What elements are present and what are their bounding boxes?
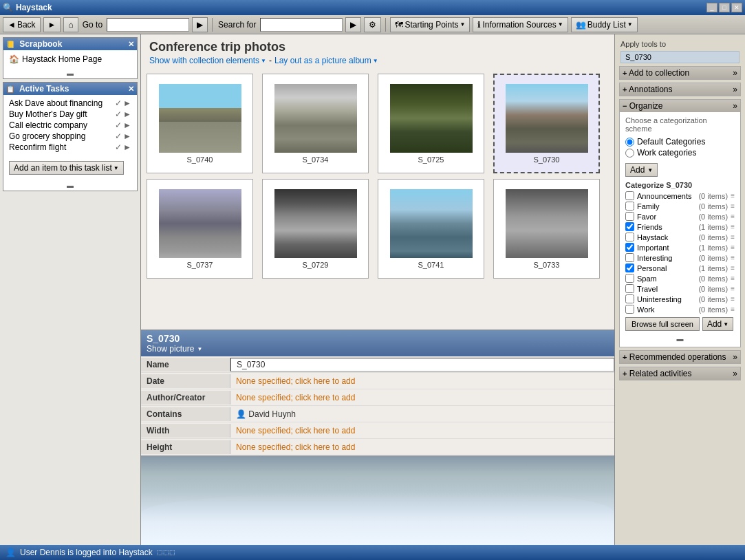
task-item[interactable]: Reconfirm flight ✓ ► [6,142,134,153]
cat-checkbox-announcements[interactable] [625,191,634,200]
task-item[interactable]: Go grocery shopping ✓ ► [6,131,134,142]
show-picture-arrow[interactable]: ▼ [197,346,202,352]
cat-arrow-haystack[interactable]: ≡ [731,233,735,241]
task-arrow-icon[interactable]: ► [123,142,131,152]
minimize-button[interactable]: _ [706,3,717,12]
detail-body: Name Date None specified; click here to … [141,356,614,545]
search-go-button[interactable]: ▶ [345,17,361,32]
photo-cell-s0729[interactable]: S_0729 [262,179,369,279]
separator2 [385,18,386,32]
app-title: 🔍 Haystack [3,3,52,12]
cat-arrow-uninteresting[interactable]: ≡ [731,295,735,303]
task-arrow-icon[interactable]: ► [123,109,131,119]
left-sidebar: 📒 Scrapbook ✕ 🏠 Haystack Home Page ▬ 📋 A… [0,34,141,545]
cat-arrow-family[interactable]: ≡ [731,202,735,210]
recommended-ops-header[interactable]: + Recommended operations » [620,351,740,363]
date-value[interactable]: None specified; click here to add [230,374,614,388]
task-item[interactable]: Ask Dave about financing ✓ ► [6,98,134,109]
organize-header[interactable]: − Organize » [620,100,740,112]
forward-arrow-icon: ► [48,20,56,30]
related-activities-header[interactable]: + Related activities » [620,367,740,380]
photo-label-s0737: S_0737 [187,261,213,269]
add-scheme-button[interactable]: Add ▼ [625,163,658,177]
work-categories-option[interactable]: Work categories [625,148,735,158]
cat-arrow-spam[interactable]: ≡ [731,274,735,282]
photo-cell-s0741[interactable]: S_0741 [378,179,484,279]
cat-checkbox-haystack[interactable] [625,233,634,241]
contains-value[interactable]: 👤 David Huynh [230,407,614,421]
buddy-list-button[interactable]: 👥 Buddy List ▼ [571,17,638,32]
cat-checkbox-work[interactable] [625,305,634,314]
photo-label-s0741: S_0741 [418,261,444,269]
tasks-content: Ask Dave about financing ✓ ► Buy Mother'… [3,95,137,155]
photo-cell-s0733[interactable]: S_0733 [493,179,600,279]
cat-arrow-interesting[interactable]: ≡ [731,254,735,261]
task-check-icon: ✓ [115,131,122,141]
layout-button[interactable]: Lay out as a picture album ▼ [274,56,378,65]
cat-arrow-personal[interactable]: ≡ [731,264,735,272]
browse-fullscreen-button[interactable]: Browse full screen [625,317,700,331]
cat-checkbox-personal[interactable] [625,263,634,272]
detail-subtitle: Show picture ▼ [147,344,202,354]
default-categories-option[interactable]: Default Categories [625,137,735,147]
photo-cell-s0734[interactable]: S_0734 [262,74,369,173]
scrapbook-close-button[interactable]: ✕ [128,40,134,49]
cat-arrow-favor[interactable]: ≡ [731,213,735,220]
photo-cell-s0725[interactable]: S_0725 [378,74,484,173]
cat-checkbox-interesting[interactable] [625,253,634,262]
back-button[interactable]: ◄ Back [3,17,41,32]
scrapbook-header: 📒 Scrapbook ✕ [3,38,137,50]
photo-grid-container[interactable]: S_0740 S_0734 S_0725 S_0730 [141,68,614,330]
maximize-button[interactable]: □ [719,3,730,12]
goto-label: Go to [81,20,104,30]
cat-arrow-travel[interactable]: ≡ [731,285,735,292]
information-sources-button[interactable]: ℹ Information Sources ▼ [473,17,568,32]
center-content: Conference trip photos Show with collect… [141,34,614,545]
task-item[interactable]: Call electric company ✓ ► [6,120,134,131]
task-arrow-icon[interactable]: ► [123,120,131,130]
home-button[interactable]: ⌂ [63,17,78,32]
add-collection-header[interactable]: + Add to collection » [620,67,740,79]
goto-go-button[interactable]: ▶ [192,17,208,32]
photo-cell-s0740[interactable]: S_0740 [147,74,253,173]
cat-row-spam: Spam (0 items) ≡ [623,273,737,283]
cat-arrow-important[interactable]: ≡ [731,244,735,251]
cat-arrow-announcements[interactable]: ≡ [731,192,735,200]
cat-arrow-work[interactable]: ≡ [731,305,735,313]
goto-input[interactable] [107,18,189,32]
tasks-close-button[interactable]: ✕ [128,85,134,94]
starting-points-button[interactable]: 🗺 Starting Points ▼ [390,17,470,32]
scrapbook-home-item[interactable]: 🏠 Haystack Home Page [6,53,134,65]
scrapbook-collapse[interactable]: ▬ [3,68,137,78]
cat-checkbox-uninteresting[interactable] [625,294,634,303]
photo-cell-s0737[interactable]: S_0737 [147,179,253,279]
organize-collapse-bar[interactable]: ▬ [623,334,737,344]
cat-checkbox-friends[interactable] [625,222,634,231]
cat-arrow-friends[interactable]: ≡ [731,223,735,230]
search-input[interactable] [260,18,343,32]
annotations-header[interactable]: + Annotations » [620,83,740,96]
close-button[interactable]: ✕ [731,3,742,12]
add-task-button[interactable]: Add an item to this task list ▼ [9,161,124,175]
author-value[interactable]: None specified; click here to add [230,391,614,405]
photo-cell-s0730[interactable]: S_0730 [493,74,600,173]
apply-tools-label: Apply tools to [618,37,742,50]
add-category-button[interactable]: Add ▼ [702,317,733,331]
task-arrow-icon[interactable]: ► [123,131,131,141]
cat-checkbox-travel[interactable] [625,284,634,293]
width-value[interactable]: None specified; click here to add [230,424,614,438]
forward-button[interactable]: ► [43,17,61,32]
cat-checkbox-spam[interactable] [625,274,634,283]
default-categories-radio[interactable] [625,138,634,147]
cat-checkbox-favor[interactable] [625,212,634,221]
search-options-button[interactable]: ⚙ [364,17,381,32]
cat-checkbox-important[interactable] [625,243,634,252]
name-value[interactable] [230,358,614,371]
cat-checkbox-family[interactable] [625,202,634,211]
task-item[interactable]: Buy Mother's Day gift ✓ ► [6,109,134,120]
task-arrow-icon[interactable]: ► [123,98,131,108]
height-value[interactable]: None specified; click here to add [230,440,614,454]
show-with-button[interactable]: Show with collection elements ▼ [149,56,266,65]
tasks-collapse[interactable]: ▬ [3,180,137,191]
work-categories-radio[interactable] [625,149,634,158]
